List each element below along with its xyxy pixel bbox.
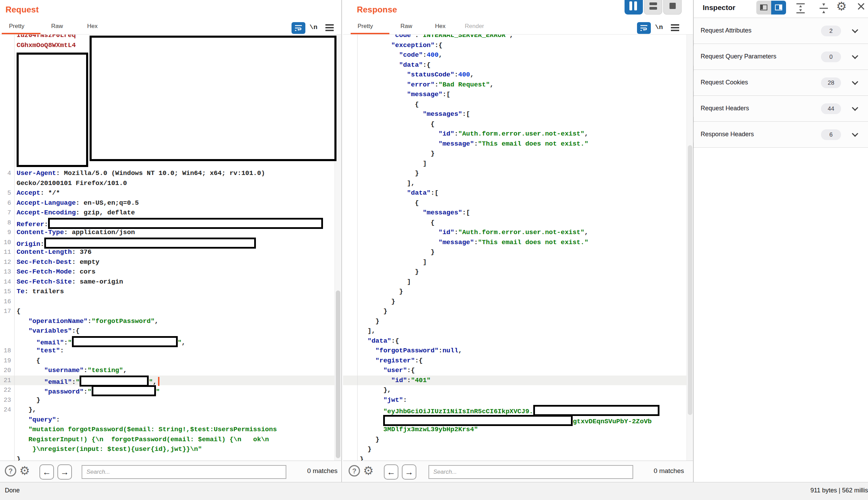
line-number: 20 bbox=[0, 365, 15, 376]
line-number bbox=[343, 168, 358, 178]
redaction-box bbox=[17, 53, 88, 167]
wrap-text-button[interactable] bbox=[292, 22, 305, 34]
line-number bbox=[0, 159, 15, 169]
inspector-section-response-headers[interactable]: Response Headers 6 bbox=[694, 122, 868, 148]
collapse-all-button[interactable] bbox=[818, 2, 830, 15]
code-line: } bbox=[343, 306, 694, 316]
redaction-box bbox=[533, 405, 659, 416]
inspector-panel: Inspector ⚙ Request Attributes 2 Request… bbox=[694, 0, 868, 482]
response-search-bar: ? ⚙ ← → 0 matches bbox=[343, 461, 694, 482]
search-settings-icon[interactable]: ⚙ bbox=[363, 464, 373, 478]
line-number bbox=[343, 90, 358, 100]
prev-match-button[interactable]: ← bbox=[384, 464, 398, 480]
expand-all-button[interactable] bbox=[795, 2, 806, 15]
request-search-input[interactable] bbox=[82, 465, 286, 479]
code-line: ] bbox=[343, 257, 694, 267]
help-icon[interactable]: ? bbox=[5, 465, 16, 476]
newline-toggle[interactable]: \n bbox=[310, 24, 317, 31]
code-line: "email":"", bbox=[0, 336, 341, 346]
line-number bbox=[343, 247, 358, 257]
columns-view-button[interactable] bbox=[625, 0, 643, 15]
line-number bbox=[343, 149, 358, 159]
code-line: 7Accept-Encoding: gzip, deflate bbox=[0, 208, 341, 218]
line-number: 6 bbox=[0, 198, 15, 208]
code-line: 22 "password":"" bbox=[0, 385, 341, 395]
line-number bbox=[343, 178, 358, 188]
line-number bbox=[343, 159, 358, 169]
menu-icon[interactable] bbox=[325, 24, 334, 26]
inspector-dock-toggle bbox=[756, 1, 786, 15]
line-number bbox=[343, 405, 358, 415]
response-search-input[interactable] bbox=[428, 465, 633, 479]
newline-toggle[interactable]: \n bbox=[655, 24, 663, 31]
line-number: 4 bbox=[0, 168, 15, 178]
code-line: 11Content-Length: 376 bbox=[0, 247, 341, 257]
code-line: 16 bbox=[0, 297, 341, 307]
line-number bbox=[0, 149, 15, 159]
line-number: 7 bbox=[0, 208, 15, 218]
inspector-section-request-cookies[interactable]: Request Cookies 28 bbox=[694, 70, 868, 96]
search-settings-icon[interactable]: ⚙ bbox=[19, 464, 30, 478]
line-number bbox=[343, 287, 358, 297]
dock-right-button[interactable] bbox=[771, 1, 786, 15]
code-line: "exception":{ bbox=[343, 40, 694, 50]
code-line: "messages":[ bbox=[343, 109, 694, 119]
response-size-time: 911 bytes | 562 millis bbox=[811, 487, 868, 494]
response-panel: Response Pretty Raw Hex Render \n "code"… bbox=[343, 0, 694, 482]
line-number bbox=[0, 139, 15, 149]
dock-left-button[interactable] bbox=[756, 1, 771, 15]
layout-button-group bbox=[625, 0, 682, 15]
inspector-settings-button[interactable]: ⚙ bbox=[836, 0, 847, 13]
tab-response-pretty[interactable]: Pretty bbox=[358, 23, 373, 30]
line-number bbox=[0, 326, 15, 336]
code-line: "id":"Auth.form.error.user.not-exist", bbox=[343, 129, 694, 139]
request-scrollbar-thumb[interactable] bbox=[336, 290, 340, 458]
line-number bbox=[343, 376, 358, 386]
code-line: }, bbox=[343, 385, 694, 395]
code-line: "code":"INTERNAL_SERVER_ERROR", bbox=[343, 35, 694, 40]
single-view-button[interactable] bbox=[663, 0, 682, 15]
line-number bbox=[0, 119, 15, 129]
next-match-button[interactable]: → bbox=[57, 464, 72, 480]
line-number bbox=[0, 40, 15, 50]
line-number bbox=[0, 70, 15, 80]
help-icon[interactable]: ? bbox=[349, 465, 360, 476]
tab-response-raw[interactable]: Raw bbox=[400, 23, 412, 30]
code-line: "id":"401" bbox=[343, 376, 694, 386]
code-line: "code":400, bbox=[343, 50, 694, 60]
code-line: { bbox=[343, 119, 694, 129]
wrap-text-button[interactable] bbox=[637, 22, 651, 34]
next-match-button[interactable]: → bbox=[402, 464, 416, 480]
redaction-box bbox=[90, 36, 336, 161]
code-line: ] bbox=[343, 277, 694, 287]
tab-request-hex[interactable]: Hex bbox=[87, 23, 98, 30]
tab-request-pretty[interactable]: Pretty bbox=[9, 23, 24, 30]
code-line: } bbox=[343, 444, 694, 454]
line-number: 8 bbox=[0, 218, 15, 228]
code-line: } bbox=[343, 454, 694, 461]
tab-request-raw[interactable]: Raw bbox=[51, 23, 63, 30]
prev-match-button[interactable]: ← bbox=[39, 464, 54, 480]
redaction-box bbox=[72, 336, 178, 347]
inspector-section-request-query-parameters[interactable]: Request Query Parameters 0 bbox=[694, 44, 868, 70]
line-number bbox=[343, 109, 358, 119]
response-editor[interactable]: "code":"INTERNAL_SERVER_ERROR", "excepti… bbox=[343, 35, 694, 461]
rows-view-button[interactable] bbox=[644, 0, 662, 15]
chevron-down-icon bbox=[852, 27, 858, 33]
code-line: "user":{ bbox=[343, 365, 694, 376]
inspector-section-request-headers[interactable]: Request Headers 44 bbox=[694, 96, 868, 122]
inspector-close-button[interactable] bbox=[856, 2, 866, 11]
panel-divider[interactable] bbox=[341, 0, 342, 482]
response-scrollbar[interactable] bbox=[686, 35, 693, 461]
line-number: 19 bbox=[0, 356, 15, 366]
request-editor[interactable]: Iuz04fNszF0LreqCGhxmOoQ8WXmtL44User-Agen… bbox=[0, 35, 341, 461]
response-scrollbar-thumb[interactable] bbox=[688, 145, 692, 415]
code-line: "operationName":"forgotPassword", bbox=[0, 316, 341, 326]
line-number bbox=[0, 129, 15, 139]
line-number bbox=[343, 238, 358, 248]
menu-icon[interactable] bbox=[671, 24, 679, 26]
tab-response-hex[interactable]: Hex bbox=[435, 23, 445, 30]
inspector-section-request-attributes[interactable]: Request Attributes 2 bbox=[694, 18, 868, 44]
code-line: 10Origin: bbox=[0, 238, 341, 248]
line-number bbox=[0, 415, 15, 425]
